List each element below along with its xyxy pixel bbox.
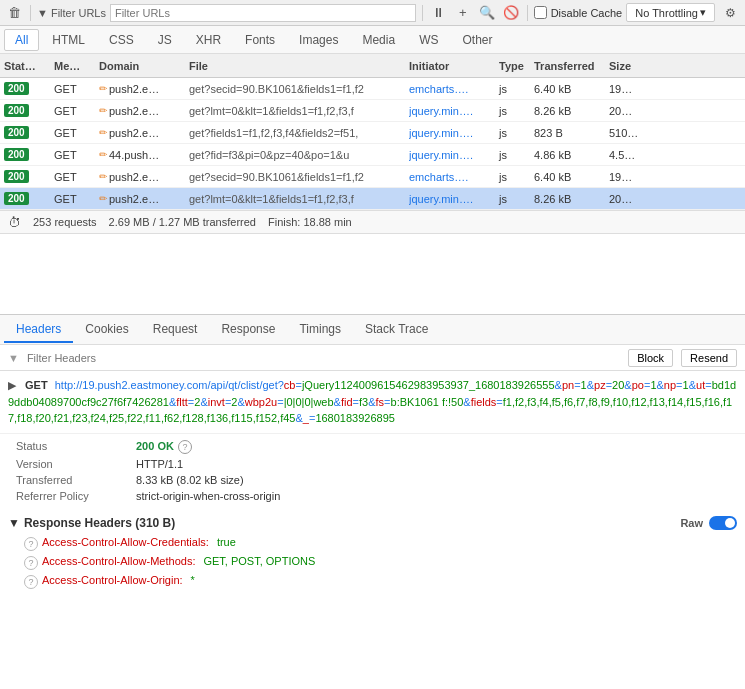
cell-file: get?secid=90.BK1061&fields1=f1,f2 [185, 83, 405, 95]
table-row[interactable]: 200 GET ✏push2.e… get?secid=90.BK1061&fi… [0, 78, 745, 100]
cell-type: js [495, 171, 530, 183]
col-header-domain[interactable]: Domain [95, 60, 185, 72]
referrer-label: Referrer Policy [16, 490, 136, 502]
cell-transferred: 6.40 kB [530, 83, 605, 95]
network-list: Stat… Me… Domain File Initiator Type Tra… [0, 54, 745, 314]
separator [30, 5, 31, 21]
cell-domain: ✏push2.e… [95, 127, 185, 139]
table-row[interactable]: 200 GET ✏push2.e… get?fields1=f1,f2,f3,f… [0, 122, 745, 144]
help-icon[interactable]: ? [24, 575, 38, 589]
cell-method: GET [50, 171, 95, 183]
disable-cache-label[interactable]: Disable Cache [534, 6, 623, 19]
request-url-section: ▶ GET http://19.push2.eastmoney.com/api/… [0, 371, 745, 434]
header-value: * [191, 574, 195, 589]
status-row: Status 200 OK ? [16, 438, 729, 456]
response-headers-title[interactable]: ▼ Response Headers (310 B) Raw [8, 512, 737, 534]
detail-tab-request[interactable]: Request [141, 317, 210, 343]
table-row[interactable]: 200 GET ✏push2.e… get?lmt=0&klt=1&fields… [0, 188, 745, 210]
tab-html[interactable]: HTML [41, 29, 96, 51]
tab-fonts[interactable]: Fonts [234, 29, 286, 51]
cell-transferred: 8.26 kB [530, 105, 605, 117]
cell-method: GET [50, 127, 95, 139]
cell-size: 20… [605, 193, 645, 205]
cell-initiator: jquery.min…. [405, 127, 495, 139]
col-header-status[interactable]: Stat… [0, 60, 50, 72]
header-name: Access-Control-Allow-Origin: [42, 574, 183, 589]
cell-file: get?lmt=0&klt=1&fields1=f1,f2,f3,f [185, 193, 405, 205]
cell-type: js [495, 105, 530, 117]
detail-tab-headers[interactable]: Headers [4, 317, 73, 343]
raw-toggle: Raw [680, 516, 737, 530]
cell-status: 200 [0, 170, 50, 183]
pause-icon[interactable]: ⏸ [429, 3, 449, 23]
header-name: Access-Control-Allow-Credentials: [42, 536, 209, 551]
table-row[interactable]: 200 GET ✏push2.e… get?lmt=0&klt=1&fields… [0, 100, 745, 122]
tab-js[interactable]: JS [147, 29, 183, 51]
chevron-icon: ▾ [700, 6, 706, 19]
trash-icon[interactable]: 🗑 [4, 3, 24, 23]
referrer-value: strict-origin-when-cross-origin [136, 490, 280, 502]
col-header-initiator[interactable]: Initiator [405, 60, 495, 72]
transferred-value: 8.33 kB (8.02 kB size) [136, 474, 244, 486]
separator2 [422, 5, 423, 21]
add-icon[interactable]: + [453, 3, 473, 23]
tab-all[interactable]: All [4, 29, 39, 51]
gear-icon[interactable]: ⚙ [719, 2, 741, 24]
help-icon[interactable]: ? [24, 537, 38, 551]
detail-tab-cookies[interactable]: Cookies [73, 317, 140, 343]
cell-size: 19… [605, 83, 645, 95]
help-icon[interactable]: ? [178, 440, 192, 454]
detail-tab-stack-trace[interactable]: Stack Trace [353, 317, 440, 343]
cell-type: js [495, 149, 530, 161]
disable-cache-checkbox[interactable] [534, 6, 547, 19]
throttling-select[interactable]: No Throttling ▾ [626, 3, 715, 22]
transferred-label: Transferred [16, 474, 136, 486]
help-icon[interactable]: ? [24, 556, 38, 570]
col-header-size[interactable]: Size [605, 60, 645, 72]
collapse-icon: ▼ [8, 516, 20, 530]
cell-initiator: emcharts…. [405, 171, 495, 183]
raw-toggle-switch[interactable] [709, 516, 737, 530]
filter-urls-input[interactable] [110, 4, 416, 22]
tab-xhr[interactable]: XHR [185, 29, 232, 51]
block-button[interactable]: Block [628, 349, 673, 367]
col-header-type[interactable]: Type [495, 60, 530, 72]
tab-ws[interactable]: WS [408, 29, 449, 51]
detail-tab-timings[interactable]: Timings [287, 317, 353, 343]
cell-transferred: 8.26 kB [530, 193, 605, 205]
tab-css[interactable]: CSS [98, 29, 145, 51]
block-icon[interactable]: 🚫 [501, 3, 521, 23]
tab-media[interactable]: Media [351, 29, 406, 51]
table-row[interactable]: 200 GET ✏push2.e… get?secid=90.BK1061&fi… [0, 166, 745, 188]
col-header-method[interactable]: Me… [50, 60, 95, 72]
filter-tabs: All HTML CSS JS XHR Fonts Images Media W… [0, 26, 745, 54]
tab-images[interactable]: Images [288, 29, 349, 51]
raw-label: Raw [680, 517, 703, 529]
header-entry: ? Access-Control-Allow-Methods: GET, POS… [8, 553, 737, 572]
tab-other[interactable]: Other [451, 29, 503, 51]
filter-label: ▼ Filter URLs [37, 7, 106, 19]
col-header-transferred[interactable]: Transferred [530, 60, 605, 72]
redirect-icon: ✏ [99, 83, 107, 94]
detail-tab-response[interactable]: Response [209, 317, 287, 343]
url-toggle-icon[interactable]: ▶ [8, 377, 22, 394]
cell-domain: ✏push2.e… [95, 193, 185, 205]
cell-status: 200 [0, 82, 50, 95]
col-header-file[interactable]: File [185, 60, 405, 72]
redirect-icon: ✏ [99, 193, 107, 204]
cell-initiator: jquery.min…. [405, 149, 495, 161]
transferred-info: 2.69 MB / 1.27 MB transferred [109, 216, 256, 228]
cell-size: 4.5… [605, 149, 645, 161]
response-headers-section: ▼ Response Headers (310 B) Raw ? Access-… [0, 508, 745, 595]
cell-initiator: emcharts…. [405, 83, 495, 95]
main-content: 🗑 ▼ Filter URLs ⏸ + 🔍 🚫 Disable Cache No… [0, 0, 745, 689]
cell-file: get?secid=90.BK1061&fields1=f1,f2 [185, 171, 405, 183]
redirect-icon: ✏ [99, 105, 107, 116]
table-row[interactable]: 200 GET ✏44.push… get?fid=f3&pi=0&pz=40&… [0, 144, 745, 166]
request-url-text[interactable]: http://19.push2.eastmoney.com/api/qt/cli… [8, 379, 736, 424]
filter-headers-input[interactable] [27, 352, 620, 364]
resend-button[interactable]: Resend [681, 349, 737, 367]
search-icon[interactable]: 🔍 [477, 3, 497, 23]
toolbar: 🗑 ▼ Filter URLs ⏸ + 🔍 🚫 Disable Cache No… [0, 0, 745, 26]
transferred-row: Transferred 8.33 kB (8.02 kB size) [16, 472, 729, 488]
